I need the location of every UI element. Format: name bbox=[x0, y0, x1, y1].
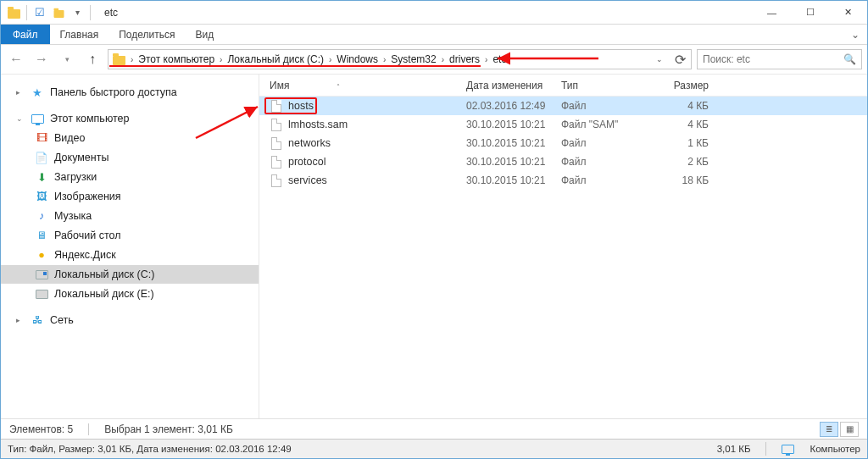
tree-item-documents[interactable]: 📄Документы bbox=[1, 148, 259, 167]
qat-newfolder-icon[interactable] bbox=[51, 5, 66, 20]
nav-back-button[interactable]: ← bbox=[6, 49, 26, 69]
minimize-button[interactable]: — bbox=[753, 1, 791, 25]
file-icon bbox=[270, 136, 283, 150]
pictures-icon: 🖼 bbox=[35, 190, 48, 203]
tree-item-disk-c[interactable]: Локальный диск (C:) bbox=[1, 265, 259, 284]
tree-label: Яндекс.Диск bbox=[54, 249, 116, 261]
document-icon: 📄 bbox=[35, 151, 48, 164]
file-row[interactable]: protocol 30.10.2015 10:21 Файл 2 КБ bbox=[259, 152, 867, 171]
tree-item-yandex-disk[interactable]: ●Яндекс.Диск bbox=[1, 246, 259, 264]
search-input[interactable] bbox=[703, 53, 843, 65]
search-box[interactable]: 🔍 bbox=[697, 49, 862, 69]
tree-this-pc[interactable]: ⌄ Этот компьютер bbox=[1, 109, 259, 128]
nav-recent-button[interactable]: ▾ bbox=[57, 49, 77, 69]
file-row[interactable]: hosts 02.03.2016 12:49 Файл 4 КБ bbox=[259, 97, 867, 115]
window-title: etc bbox=[97, 7, 118, 19]
breadcrumb-segment[interactable]: System32 bbox=[389, 53, 437, 65]
chevron-icon[interactable]: › bbox=[438, 55, 448, 64]
close-button[interactable]: ✕ bbox=[829, 1, 867, 25]
chevron-icon[interactable]: › bbox=[481, 55, 491, 64]
tree-label: Рабочий стол bbox=[54, 230, 120, 241]
file-name: services bbox=[288, 174, 466, 186]
tree-item-music[interactable]: ♪Музыка bbox=[1, 207, 259, 225]
file-date: 30.10.2015 10:21 bbox=[466, 174, 561, 186]
tree-item-video[interactable]: 🎞Видео bbox=[1, 129, 259, 147]
file-name: networks bbox=[288, 137, 466, 149]
chevron-icon[interactable]: › bbox=[127, 55, 136, 64]
file-date: 30.10.2015 10:21 bbox=[466, 137, 561, 149]
maximize-button[interactable]: ☐ bbox=[791, 1, 829, 25]
tree-label: Документы bbox=[54, 152, 108, 163]
column-size[interactable]: Размер bbox=[649, 80, 717, 91]
file-pane: Имя˄ Дата изменения Тип Размер hosts 02.… bbox=[259, 75, 867, 418]
qat-properties-icon[interactable]: ☑ bbox=[32, 5, 47, 20]
monitor-icon bbox=[31, 112, 44, 125]
file-size: 2 КБ bbox=[649, 156, 717, 168]
address-history-button[interactable]: ⌄ bbox=[650, 50, 669, 69]
caret-icon[interactable]: ▸ bbox=[16, 316, 25, 324]
file-name: hosts bbox=[288, 100, 466, 112]
explorer-window: ☑ ▾ etc — ☐ ✕ Файл Главная Поделиться Ви… bbox=[0, 0, 868, 459]
ribbon-tab-share[interactable]: Поделиться bbox=[108, 25, 185, 44]
tree-label: Панель быстрого доступа bbox=[50, 86, 177, 98]
nav-forward-button[interactable]: → bbox=[31, 49, 52, 69]
file-type: Файл bbox=[561, 100, 649, 112]
column-headers: Имя˄ Дата изменения Тип Размер bbox=[259, 75, 867, 97]
breadcrumb-segment[interactable]: Этот компьютер bbox=[136, 53, 216, 65]
ribbon-tab-home[interactable]: Главная bbox=[50, 25, 109, 44]
star-icon: ★ bbox=[31, 86, 44, 99]
qat-dropdown-icon[interactable]: ▾ bbox=[70, 5, 85, 20]
column-type[interactable]: Тип bbox=[561, 80, 649, 91]
status-selected: Выбран 1 элемент: 3,01 КБ bbox=[104, 423, 233, 435]
file-row[interactable]: networks 30.10.2015 10:21 Файл 1 КБ bbox=[259, 134, 867, 152]
ribbon-file-tab[interactable]: Файл bbox=[1, 25, 50, 44]
chevron-icon[interactable]: › bbox=[380, 55, 389, 64]
column-name[interactable]: Имя˄ bbox=[270, 80, 466, 91]
search-icon[interactable]: 🔍 bbox=[843, 53, 856, 65]
sort-indicator-icon: ˄ bbox=[337, 83, 340, 91]
column-date[interactable]: Дата изменения bbox=[466, 80, 561, 91]
file-row[interactable]: lmhosts.sam 30.10.2015 10:21 Файл "SAM" … bbox=[259, 115, 867, 134]
video-icon: 🎞 bbox=[35, 131, 48, 145]
chevron-icon[interactable]: › bbox=[216, 55, 225, 64]
navigation-tree[interactable]: ▸ ★ Панель быстрого доступа ⌄ Этот компь… bbox=[1, 75, 259, 418]
chevron-icon[interactable]: › bbox=[326, 55, 335, 64]
caret-icon[interactable]: ⌄ bbox=[16, 114, 25, 123]
tree-label: Загрузки bbox=[54, 171, 97, 183]
titlebar: ☑ ▾ etc — ☐ ✕ bbox=[1, 1, 867, 25]
view-details-button[interactable]: ≣ bbox=[820, 422, 838, 437]
nav-up-button[interactable]: ↑ bbox=[82, 49, 103, 69]
tree-item-desktop[interactable]: 🖥Рабочий стол bbox=[1, 226, 259, 245]
file-rows: hosts 02.03.2016 12:49 Файл 4 КБ lmhosts… bbox=[259, 97, 867, 190]
body: ▸ ★ Панель быстрого доступа ⌄ Этот компь… bbox=[1, 75, 867, 418]
ribbon-tab-view[interactable]: Вид bbox=[185, 25, 224, 44]
tree-label: Музыка bbox=[54, 210, 92, 222]
caret-icon[interactable]: ▸ bbox=[16, 88, 25, 97]
tree-item-downloads[interactable]: ⬇Загрузки bbox=[1, 168, 259, 186]
file-size: 4 КБ bbox=[649, 119, 717, 130]
file-name: lmhosts.sam bbox=[288, 119, 466, 130]
breadcrumb-segment[interactable]: drivers bbox=[448, 53, 481, 65]
breadcrumb-segment[interactable]: etc bbox=[491, 53, 508, 65]
status-computer: Компьютер bbox=[810, 444, 860, 454]
breadcrumb-segment[interactable]: Локальный диск (C:) bbox=[225, 53, 326, 65]
address-bar[interactable]: › Этот компьютер › Локальный диск (C:) ›… bbox=[108, 49, 692, 69]
file-type: Файл bbox=[561, 156, 649, 168]
monitor-icon bbox=[782, 444, 794, 454]
file-row[interactable]: services 30.10.2015 10:21 Файл 18 КБ bbox=[259, 171, 867, 190]
ribbon-expand-button[interactable]: ⌄ bbox=[843, 25, 867, 44]
file-date: 30.10.2015 10:21 bbox=[466, 119, 561, 130]
tree-item-pictures[interactable]: 🖼Изображения bbox=[1, 187, 259, 206]
file-name: protocol bbox=[288, 156, 466, 168]
tree-network[interactable]: ▸ 🖧 Сеть bbox=[1, 311, 259, 329]
file-date: 02.03.2016 12:49 bbox=[466, 100, 561, 112]
tree-quick-access[interactable]: ▸ ★ Панель быстрого доступа bbox=[1, 83, 259, 102]
tree-item-disk-e[interactable]: Локальный диск (E:) bbox=[1, 285, 259, 303]
navigation-row: ← → ▾ ↑ › Этот компьютер › Локальный дис… bbox=[1, 45, 867, 75]
view-icons-button[interactable]: ▦ bbox=[840, 422, 859, 437]
refresh-button[interactable]: ⟳ bbox=[670, 50, 689, 69]
tree-label: Локальный диск (C:) bbox=[54, 268, 154, 280]
status-divider bbox=[765, 442, 766, 456]
breadcrumb-segment[interactable]: Windows bbox=[335, 53, 380, 65]
ribbon: Файл Главная Поделиться Вид ⌄ bbox=[1, 25, 867, 45]
